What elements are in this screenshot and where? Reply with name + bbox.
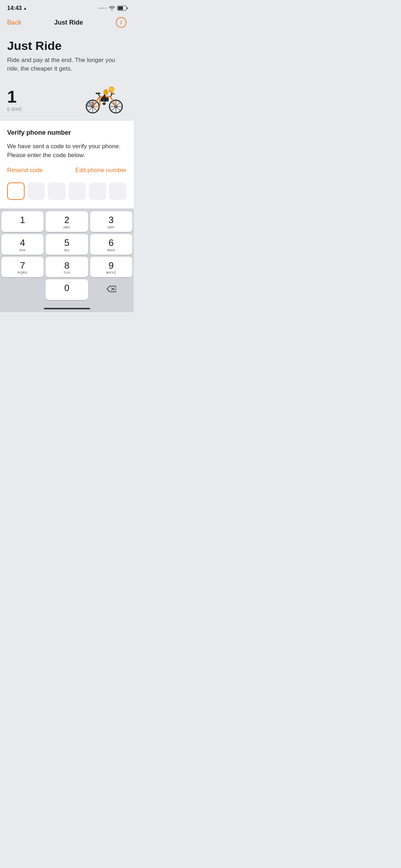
code-box-1[interactable]: [7, 182, 25, 200]
signal-icon: [99, 7, 107, 9]
home-indicator: [0, 304, 134, 312]
code-inputs: [7, 182, 127, 208]
key-1[interactable]: 1: [1, 211, 43, 232]
keyboard-row-2: 4 GHI 5 JKL 6 MNO: [1, 234, 132, 255]
bike-info: 1 E-BIKE: [0, 79, 134, 120]
edit-phone-link[interactable]: Edit phone number: [75, 167, 127, 174]
nav-title: Just Ride: [54, 19, 83, 26]
code-box-2[interactable]: [27, 182, 45, 200]
navigation-icon: ▲: [23, 6, 27, 10]
keyboard-row-1: 1 2 ABC 3 DEF: [1, 211, 132, 232]
code-box-3[interactable]: [48, 182, 65, 200]
code-box-6[interactable]: [109, 182, 127, 200]
bike-type: E-BIKE: [7, 107, 22, 112]
info-button[interactable]: i: [116, 17, 127, 28]
key-delete[interactable]: [90, 279, 132, 300]
code-box-5[interactable]: [89, 182, 106, 200]
key-5[interactable]: 5 JKL: [46, 234, 88, 255]
svg-line-14: [98, 94, 100, 97]
key-8[interactable]: 8 TUV: [46, 257, 88, 278]
home-bar: [44, 308, 90, 309]
key-3[interactable]: 3 DEF: [90, 211, 132, 232]
delete-icon: [106, 285, 116, 295]
keyboard-row-3: 7 PQRS 8 TUV 9 WXYZ: [1, 257, 132, 278]
nav-bar: Back Just Ride i: [0, 14, 134, 32]
bike-illustration: [80, 86, 127, 114]
action-links: Resend code Edit phone number: [7, 167, 127, 174]
wifi-icon: [109, 6, 115, 11]
key-0[interactable]: 0: [46, 279, 88, 300]
key-empty: [1, 279, 43, 300]
verify-title: Verify phone number: [7, 129, 127, 136]
key-7[interactable]: 7 PQRS: [1, 257, 43, 278]
content-section: Verify phone number We have sent a code …: [0, 120, 134, 208]
battery-icon: [117, 6, 127, 11]
status-time: 14:43 ▲: [7, 5, 27, 11]
hero-section: Just Ride Ride and pay at the end. The l…: [0, 32, 134, 79]
svg-rect-15: [96, 93, 101, 94]
status-bar: 14:43 ▲: [0, 0, 134, 14]
hero-subtitle: Ride and pay at the end. The longer you …: [7, 56, 127, 73]
page-title: Just Ride: [7, 39, 127, 52]
back-button[interactable]: Back: [7, 19, 21, 26]
keyboard-row-4: 0: [1, 279, 132, 300]
svg-point-19: [103, 89, 108, 95]
key-9[interactable]: 9 WXYZ: [90, 257, 132, 278]
resend-code-link[interactable]: Resend code: [7, 167, 43, 174]
key-4[interactable]: 4 GHI: [1, 234, 43, 255]
bike-number: 1: [7, 88, 22, 105]
verify-description: We have sent a code to verify your phone…: [7, 142, 127, 160]
code-box-4[interactable]: [68, 182, 86, 200]
bike-count: 1 E-BIKE: [7, 88, 22, 112]
key-6[interactable]: 6 MNO: [90, 234, 132, 255]
key-2[interactable]: 2 ABC: [46, 211, 88, 232]
keyboard: 1 2 ABC 3 DEF 4 GHI 5 JKL 6 MNO 7 PQRS: [0, 208, 134, 303]
status-icons: [99, 6, 127, 11]
